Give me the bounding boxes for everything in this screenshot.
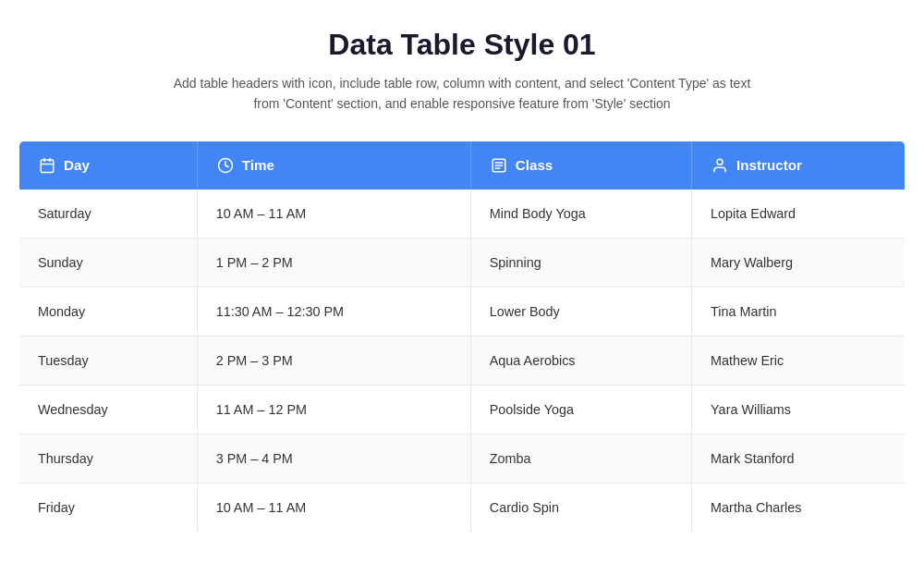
cell-instructor: Mark Stanford — [692, 434, 906, 483]
cell-time: 3 PM – 4 PM — [197, 434, 470, 483]
calendar-icon — [38, 156, 56, 175]
cell-time: 11 AM – 12 PM — [197, 385, 470, 434]
col-header-day: Day — [19, 141, 198, 190]
cell-class: Zomba — [470, 434, 691, 483]
col-header-class: Class — [470, 141, 691, 190]
cell-day: Tuesday — [19, 336, 198, 385]
clock-icon — [216, 156, 235, 175]
data-table: Day Time — [18, 141, 906, 532]
table-row: Sunday1 PM – 2 PMSpinningMary Walberg — [19, 238, 906, 287]
cell-instructor: Mary Walberg — [692, 238, 906, 287]
col-header-instructor-label: Instructor — [736, 157, 802, 173]
cell-day: Friday — [19, 483, 198, 532]
text-icon — [490, 156, 508, 175]
page-wrapper: Data Table Style 01 Add table headers wi… — [18, 28, 906, 532]
cell-day: Sunday — [19, 238, 198, 287]
col-header-class-label: Class — [516, 157, 553, 173]
table-row: Wednesday11 AM – 12 PMPoolside YogaYara … — [19, 385, 906, 434]
cell-day: Thursday — [19, 434, 198, 483]
cell-day: Saturday — [19, 190, 198, 239]
table-row: Saturday10 AM – 11 AMMind Body YogaLopit… — [19, 190, 906, 239]
table-row: Friday10 AM – 11 AMCardio SpinMartha Cha… — [19, 483, 906, 532]
col-header-time: Time — [197, 141, 470, 190]
cell-class: Aqua Aerobics — [470, 336, 691, 385]
cell-instructor: Tina Martin — [692, 287, 906, 336]
table-row: Thursday3 PM – 4 PMZombaMark Stanford — [19, 434, 906, 483]
cell-time: 2 PM – 3 PM — [197, 336, 470, 385]
cell-class: Mind Body Yoga — [470, 190, 691, 239]
cell-day: Monday — [19, 287, 198, 336]
cell-instructor: Mathew Eric — [692, 336, 906, 385]
header-row: Day Time — [19, 141, 906, 190]
person-icon — [711, 156, 729, 175]
col-header-time-label: Time — [242, 157, 274, 173]
cell-time: 11:30 AM – 12:30 PM — [197, 287, 470, 336]
cell-instructor: Martha Charles — [692, 483, 906, 532]
svg-rect-0 — [41, 160, 54, 173]
cell-time: 10 AM – 11 AM — [197, 190, 470, 239]
cell-day: Wednesday — [19, 385, 198, 434]
table-body: Saturday10 AM – 11 AMMind Body YogaLopit… — [19, 190, 906, 532]
table-row: Monday11:30 AM – 12:30 PMLower BodyTina … — [19, 287, 906, 336]
cell-instructor: Yara Williams — [692, 385, 906, 434]
cell-class: Spinning — [470, 238, 691, 287]
col-header-day-label: Day — [64, 157, 90, 173]
cell-time: 10 AM – 11 AM — [197, 483, 470, 532]
col-header-instructor: Instructor — [692, 141, 906, 190]
page-description: Add table headers with icon, include tab… — [18, 73, 906, 115]
cell-class: Poolside Yoga — [470, 385, 691, 434]
table-row: Tuesday2 PM – 3 PMAqua AerobicsMathew Er… — [19, 336, 906, 385]
cell-instructor: Lopita Edward — [692, 190, 906, 239]
cell-class: Lower Body — [470, 287, 691, 336]
page-title: Data Table Style 01 — [18, 28, 906, 62]
table-header: Day Time — [19, 141, 906, 190]
cell-class: Cardio Spin — [470, 483, 691, 532]
cell-time: 1 PM – 2 PM — [197, 238, 470, 287]
svg-point-9 — [717, 159, 723, 165]
